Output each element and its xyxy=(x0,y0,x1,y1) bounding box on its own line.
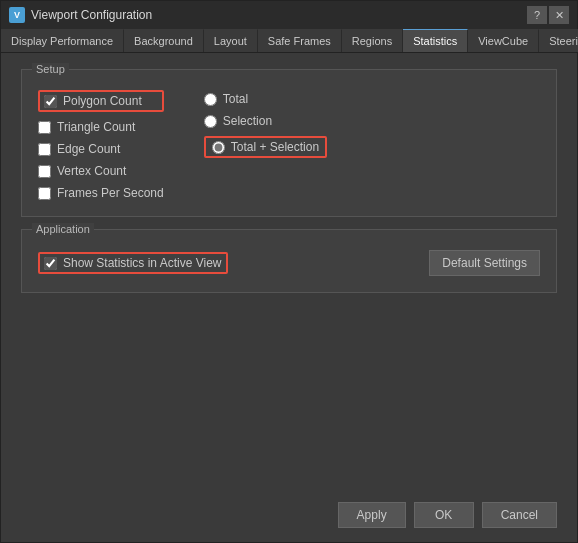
title-bar-buttons: ? ✕ xyxy=(527,6,569,24)
show-stats-checkbox[interactable] xyxy=(44,257,57,270)
application-section: Application Show Statistics in Active Vi… xyxy=(21,229,557,293)
cancel-button[interactable]: Cancel xyxy=(482,502,557,528)
help-button[interactable]: ? xyxy=(527,6,547,24)
show-stats-label: Show Statistics in Active View xyxy=(63,256,222,270)
vertex-count-checkbox[interactable] xyxy=(38,165,51,178)
apply-button[interactable]: Apply xyxy=(338,502,406,528)
close-button[interactable]: ✕ xyxy=(549,6,569,24)
title-bar: V Viewport Configuration ? ✕ xyxy=(1,1,577,29)
tab-layout[interactable]: Layout xyxy=(204,29,258,52)
radio-group: Total Selection Total + Selection xyxy=(204,92,327,200)
ok-button[interactable]: OK xyxy=(414,502,474,528)
content-area: Setup Polygon Count Triangle Count Edge … xyxy=(1,53,577,492)
total-radio[interactable] xyxy=(204,93,217,106)
polygon-count-item[interactable]: Polygon Count xyxy=(38,90,164,112)
default-settings-button[interactable]: Default Settings xyxy=(429,250,540,276)
selection-radio-item[interactable]: Selection xyxy=(204,114,327,128)
frames-per-second-item[interactable]: Frames Per Second xyxy=(38,186,164,200)
setup-section: Setup Polygon Count Triangle Count Edge … xyxy=(21,69,557,217)
edge-count-label: Edge Count xyxy=(57,142,120,156)
app-icon: V xyxy=(9,7,25,23)
total-radio-item[interactable]: Total xyxy=(204,92,327,106)
tab-background[interactable]: Background xyxy=(124,29,204,52)
edge-count-checkbox[interactable] xyxy=(38,143,51,156)
tab-bar: Display Performance Background Layout Sa… xyxy=(1,29,577,53)
tab-display-performance[interactable]: Display Performance xyxy=(1,29,124,52)
polygon-count-checkbox[interactable] xyxy=(44,95,57,108)
edge-count-item[interactable]: Edge Count xyxy=(38,142,164,156)
bottom-buttons: Apply OK Cancel xyxy=(1,492,577,542)
tab-regions[interactable]: Regions xyxy=(342,29,403,52)
viewport-config-window: V Viewport Configuration ? ✕ Display Per… xyxy=(0,0,578,543)
triangle-count-item[interactable]: Triangle Count xyxy=(38,120,164,134)
total-selection-radio-item[interactable]: Total + Selection xyxy=(204,136,327,158)
window-title: Viewport Configuration xyxy=(31,8,521,22)
checkbox-group: Polygon Count Triangle Count Edge Count … xyxy=(38,90,164,200)
application-label: Application xyxy=(32,223,94,235)
vertex-count-label: Vertex Count xyxy=(57,164,126,178)
selection-radio[interactable] xyxy=(204,115,217,128)
show-stats-item[interactable]: Show Statistics in Active View xyxy=(38,252,228,274)
frames-per-second-label: Frames Per Second xyxy=(57,186,164,200)
tab-statistics[interactable]: Statistics xyxy=(403,29,468,52)
polygon-count-label: Polygon Count xyxy=(63,94,142,108)
vertex-count-item[interactable]: Vertex Count xyxy=(38,164,164,178)
frames-per-second-checkbox[interactable] xyxy=(38,187,51,200)
total-selection-label: Total + Selection xyxy=(231,140,319,154)
options-container: Polygon Count Triangle Count Edge Count … xyxy=(38,90,540,200)
triangle-count-label: Triangle Count xyxy=(57,120,135,134)
selection-label: Selection xyxy=(223,114,272,128)
setup-label: Setup xyxy=(32,63,69,75)
tab-safe-frames[interactable]: Safe Frames xyxy=(258,29,342,52)
total-selection-radio[interactable] xyxy=(212,141,225,154)
total-label: Total xyxy=(223,92,248,106)
triangle-count-checkbox[interactable] xyxy=(38,121,51,134)
tab-viewcube[interactable]: ViewCube xyxy=(468,29,539,52)
tab-steering-wheels[interactable]: SteeringWheels xyxy=(539,29,578,52)
